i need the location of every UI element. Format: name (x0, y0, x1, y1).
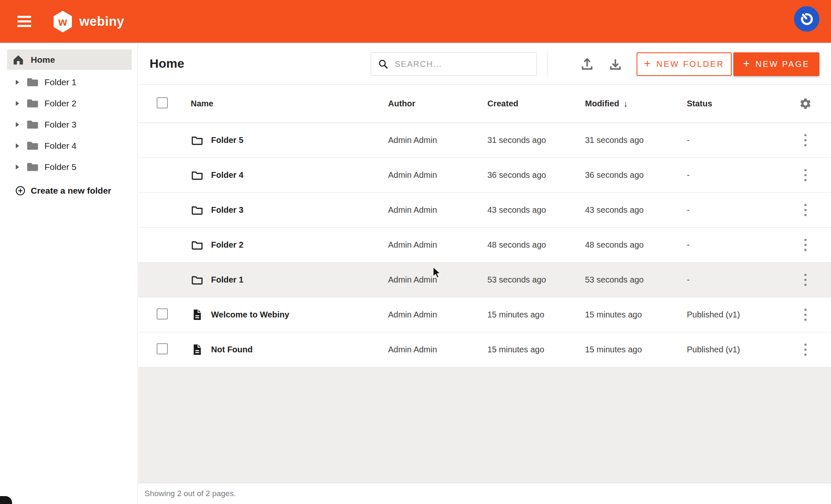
sidebar-folder-label: Folder 5 (44, 162, 76, 172)
folder-filled-icon (26, 139, 39, 152)
row-status: Published (v1) (687, 310, 790, 320)
chevron-right-icon[interactable] (16, 122, 19, 127)
table-row[interactable]: Welcome to Webiny Admin Admin 15 minutes… (138, 297, 831, 332)
table-row[interactable]: Folder 4 Admin Admin 36 seconds ago 36 s… (138, 158, 831, 193)
folder-tree-sidebar: Home Folder 1 Folder 2 Folder 3 (0, 43, 138, 504)
folder-outline-icon (191, 273, 204, 286)
plus-circle-icon (15, 185, 26, 196)
kebab-menu-icon[interactable] (799, 238, 812, 252)
page-list-main: Home + NEW FOLDER (138, 43, 831, 504)
column-header-status[interactable]: Status (687, 99, 790, 108)
table-body: Folder 5 Admin Admin 31 seconds ago 31 s… (138, 123, 831, 367)
row-author: Admin Admin (388, 135, 487, 145)
row-modified: 53 seconds ago (585, 275, 687, 285)
table-row[interactable]: Folder 5 Admin Admin 31 seconds ago 31 s… (138, 123, 831, 158)
column-header-name[interactable]: Name (191, 99, 388, 108)
column-header-created[interactable]: Created (487, 99, 585, 108)
user-avatar[interactable] (794, 6, 819, 32)
sidebar-item-home[interactable]: Home (7, 49, 132, 70)
column-header-author[interactable]: Author (388, 99, 487, 108)
row-name: Folder 3 (211, 205, 243, 215)
home-icon (12, 54, 25, 66)
row-author: Admin Admin (388, 170, 487, 180)
row-checkbox[interactable] (157, 308, 168, 320)
chevron-right-icon[interactable] (16, 143, 19, 148)
table-row[interactable]: Folder 3 Admin Admin 43 seconds ago 43 s… (138, 193, 831, 228)
kebab-menu-icon[interactable] (799, 168, 812, 182)
sidebar-folder-label: Folder 2 (44, 98, 76, 108)
folder-filled-icon (26, 76, 39, 89)
table-settings-gear-icon[interactable] (799, 97, 812, 110)
row-created: 48 seconds ago (487, 240, 585, 250)
folder-outline-icon (191, 169, 204, 182)
folder-filled-icon (26, 160, 39, 173)
row-modified: 31 seconds ago (585, 135, 687, 145)
folder-outline-icon (191, 204, 204, 216)
results-summary: Showing 2 out of 2 pages. (145, 489, 236, 498)
row-modified: 43 seconds ago (585, 205, 687, 215)
chevron-right-icon[interactable] (16, 80, 19, 85)
kebab-menu-icon[interactable] (799, 343, 812, 357)
search-icon (378, 59, 389, 70)
sidebar-item-folder-3[interactable]: Folder 3 (0, 114, 138, 135)
row-name: Folder 2 (211, 240, 243, 250)
row-modified: 36 seconds ago (585, 170, 687, 180)
row-name: Folder 5 (211, 135, 243, 145)
import-pages-button[interactable] (576, 53, 598, 75)
chevron-right-icon[interactable] (16, 165, 19, 170)
row-status: - (687, 135, 790, 145)
row-author: Admin Admin (388, 310, 487, 320)
document-icon (191, 308, 204, 321)
sidebar-item-folder-2[interactable]: Folder 2 (0, 93, 138, 114)
chevron-right-icon[interactable] (16, 101, 19, 106)
sort-descending-icon[interactable]: ↓ (623, 99, 628, 109)
folder-filled-icon (26, 118, 39, 131)
content-header: Home + NEW FOLDER (138, 43, 831, 84)
row-status: - (687, 275, 790, 285)
kebab-menu-icon[interactable] (799, 133, 812, 148)
sidebar-home-label: Home (31, 55, 55, 65)
select-all-checkbox[interactable] (157, 97, 168, 108)
brand-wordmark: webiny (79, 14, 124, 29)
new-page-button[interactable]: + NEW PAGE (733, 52, 819, 76)
row-author: Admin Admin (388, 345, 487, 354)
sidebar-item-folder-4[interactable]: Folder 4 (0, 135, 138, 156)
page-title: Home (150, 57, 184, 71)
sidebar-folder-list: Folder 1 Folder 2 Folder 3 Folder 4 (0, 71, 138, 177)
kebab-menu-icon[interactable] (799, 203, 812, 217)
gravatar-icon (799, 11, 815, 27)
webiny-logo[interactable]: w webiny (53, 10, 124, 33)
row-name: Welcome to Webiny (211, 310, 289, 320)
svg-text:w: w (58, 16, 67, 28)
table-row[interactable]: Folder 1 Admin Admin 53 seconds ago 53 s… (138, 263, 831, 297)
table-row[interactable]: Not Found Admin Admin 15 minutes ago 15 … (138, 332, 831, 367)
table-header-row: Name Author Created Modified ↓ Status (138, 84, 831, 123)
table-row[interactable]: Folder 2 Admin Admin 48 seconds ago 48 s… (138, 228, 831, 263)
folder-filled-icon (26, 97, 39, 110)
row-name: Folder 4 (211, 170, 243, 180)
row-created: 15 minutes ago (487, 345, 585, 354)
empty-area (138, 367, 831, 483)
create-new-folder-button[interactable]: Create a new folder (0, 180, 138, 201)
webiny-hexagon-icon: w (53, 10, 73, 33)
row-modified: 15 minutes ago (585, 345, 687, 354)
row-created: 15 minutes ago (487, 310, 585, 320)
row-checkbox[interactable] (157, 343, 168, 354)
kebab-menu-icon[interactable] (799, 308, 812, 322)
row-created: 43 seconds ago (487, 205, 585, 215)
row-name: Folder 1 (211, 275, 243, 285)
row-status: - (687, 205, 790, 215)
kebab-menu-icon[interactable] (799, 273, 812, 287)
new-folder-button[interactable]: + NEW FOLDER (637, 52, 732, 76)
upload-icon (580, 57, 595, 71)
hamburger-menu-icon[interactable] (17, 16, 31, 27)
sidebar-item-folder-5[interactable]: Folder 5 (0, 156, 138, 177)
export-pages-button[interactable] (604, 53, 627, 75)
search-box[interactable] (371, 52, 537, 76)
row-author: Admin Admin (388, 240, 487, 250)
pagination-footer: Showing 2 out of 2 pages. (138, 483, 831, 504)
column-header-modified[interactable]: Modified ↓ (585, 99, 687, 109)
folder-outline-icon (191, 238, 204, 251)
sidebar-item-folder-1[interactable]: Folder 1 (0, 71, 138, 93)
search-input[interactable] (395, 59, 536, 69)
